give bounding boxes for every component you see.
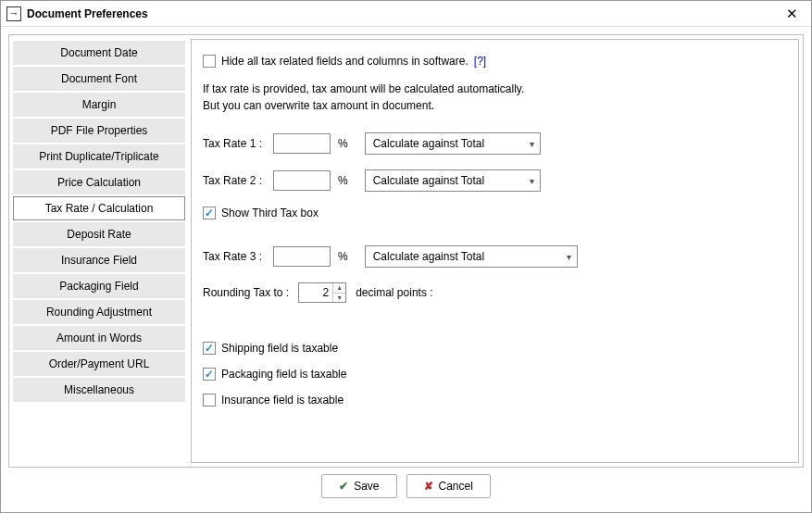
sidebar: Document Date Document Font Margin PDF F… [13,39,185,463]
sidebar-item-label: Deposit Rate [67,228,131,241]
info-line-1: If tax rate is provided, tax amount will… [203,81,787,97]
show-third-tax-label: Show Third Tax box [221,206,319,219]
select-value: Calculate against Total [373,174,485,187]
hide-tax-label: Hide all tax related fields and columns … [221,55,468,68]
sidebar-item-miscellaneous[interactable]: Miscellaneous [13,378,185,402]
tax-rate-2-row: Tax Rate 2 : % Calculate against Total ▾ [203,169,787,192]
info-line-2: But you can overwrite tax amount in docu… [203,97,787,114]
cancel-button-label: Cancel [439,480,473,493]
spinner-buttons: ▲ ▼ [332,283,345,302]
tax-rate-3-calc-select[interactable]: Calculate against Total ▾ [365,245,578,268]
sidebar-item-label: Margin [82,98,117,111]
sidebar-item-packaging-field[interactable]: Packaging Field [13,274,185,298]
cancel-button[interactable]: ✘ Cancel [406,474,491,498]
rounding-spinner[interactable]: ▲ ▼ [298,282,346,303]
sidebar-item-deposit-rate[interactable]: Deposit Rate [13,222,185,246]
spinner-down-icon[interactable]: ▼ [333,294,345,303]
sidebar-item-order-payment-url[interactable]: Order/Payment URL [13,352,185,376]
sidebar-item-label: Insurance Field [61,254,137,267]
percent-label: % [338,174,348,187]
show-third-tax-row: Show Third Tax box [203,206,787,219]
info-text: If tax rate is provided, tax amount will… [203,81,787,114]
packaging-taxable-label: Packaging field is taxable [221,368,346,381]
window: Document Preferences ✕ Document Date Doc… [0,0,812,513]
window-title: Document Preferences [27,7,778,20]
insurance-taxable-checkbox[interactable] [203,394,216,407]
insurance-taxable-label: Insurance field is taxable [221,394,344,407]
sidebar-item-label: Order/Payment URL [49,357,150,370]
sidebar-item-label: Packaging Field [59,280,138,293]
rounding-input[interactable] [299,283,332,302]
help-link[interactable]: [?] [474,55,486,68]
chevron-down-icon: ▾ [530,176,534,186]
check-icon: ✔ [339,480,348,493]
select-value: Calculate against Total [373,137,485,150]
body: Document Date Document Font Margin PDF F… [1,27,811,512]
sidebar-item-tax-rate[interactable]: Tax Rate / Calculation [13,196,185,220]
sidebar-item-label: Print Duplicate/Triplicate [39,150,159,163]
sidebar-item-label: Document Font [61,72,137,85]
select-value: Calculate against Total [373,250,485,263]
footer: ✔ Save ✘ Cancel [8,468,804,505]
sidebar-item-label: Miscellaneous [64,383,134,396]
tax-rate-1-input[interactable] [273,133,331,154]
packaging-taxable-checkbox[interactable] [203,368,216,381]
sidebar-item-price-calculation[interactable]: Price Calculation [13,170,185,194]
sidebar-item-document-date[interactable]: Document Date [13,41,185,65]
rounding-row: Rounding Tax to : ▲ ▼ decimal points : [203,282,787,303]
tax-rate-2-calc-select[interactable]: Calculate against Total ▾ [365,169,541,192]
rounding-label-pre: Rounding Tax to : [203,286,289,299]
close-icon[interactable]: ✕ [778,6,806,22]
tax-rate-2-input[interactable] [273,170,331,191]
sidebar-item-label: PDF File Properties [51,124,148,137]
hide-tax-checkbox[interactable] [203,55,216,68]
sidebar-item-margin[interactable]: Margin [13,93,185,117]
save-button[interactable]: ✔ Save [321,474,396,498]
insurance-taxable-row: Insurance field is taxable [203,394,787,407]
content-panel: Hide all tax related fields and columns … [191,39,799,463]
shipping-taxable-row: Shipping field is taxable [203,342,787,355]
sidebar-item-label: Amount in Words [56,332,142,344]
titlebar: Document Preferences ✕ [1,1,811,27]
sidebar-item-print-duplicate[interactable]: Print Duplicate/Triplicate [13,144,185,169]
shipping-taxable-checkbox[interactable] [203,342,216,355]
cross-icon: ✘ [424,480,433,493]
main-panel: Document Date Document Font Margin PDF F… [8,34,804,468]
chevron-down-icon: ▾ [567,252,571,262]
sidebar-item-document-font[interactable]: Document Font [13,67,185,91]
sidebar-item-label: Price Calculation [57,176,141,189]
tax-rate-2-label: Tax Rate 2 : [203,174,273,187]
percent-label: % [338,250,348,263]
tax-rate-1-row: Tax Rate 1 : % Calculate against Total ▾ [203,132,787,155]
rounding-label-post: decimal points : [356,286,432,299]
chevron-down-icon: ▾ [530,139,534,149]
sidebar-item-amount-in-words[interactable]: Amount in Words [13,326,185,350]
spinner-up-icon[interactable]: ▲ [333,283,345,294]
sidebar-item-label: Rounding Adjustment [46,306,152,319]
packaging-taxable-row: Packaging field is taxable [203,368,787,381]
tax-rate-3-input[interactable] [273,246,331,267]
sidebar-item-insurance-field[interactable]: Insurance Field [13,248,185,272]
tax-rate-1-label: Tax Rate 1 : [203,137,273,150]
shipping-taxable-label: Shipping field is taxable [221,342,338,355]
show-third-tax-checkbox[interactable] [203,206,216,219]
app-icon [6,6,21,21]
sidebar-item-pdf-file-properties[interactable]: PDF File Properties [13,119,185,143]
sidebar-item-label: Document Date [60,46,137,59]
save-button-label: Save [354,480,379,493]
sidebar-item-rounding-adjustment[interactable]: Rounding Adjustment [13,300,185,324]
tax-rate-3-label: Tax Rate 3 : [203,250,273,263]
sidebar-item-label: Tax Rate / Calculation [45,202,154,215]
percent-label: % [338,137,348,150]
hide-tax-row: Hide all tax related fields and columns … [203,55,787,68]
tax-rate-1-calc-select[interactable]: Calculate against Total ▾ [365,132,541,155]
tax-rate-3-row: Tax Rate 3 : % Calculate against Total ▾ [203,245,787,268]
